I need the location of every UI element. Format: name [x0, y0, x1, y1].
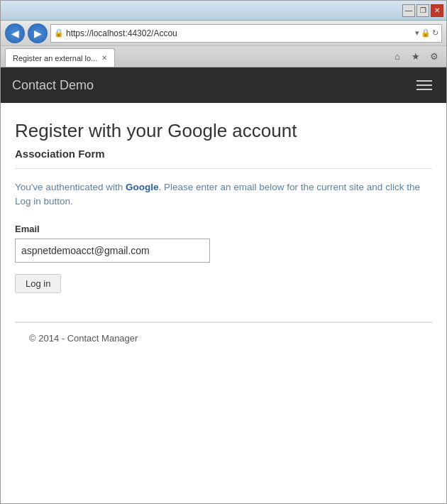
window-controls: — ❐ ✕	[402, 4, 443, 17]
window-frame: — ❐ ✕ ◀ ▶ 🔒 https://localhost:44302/Acco…	[0, 0, 447, 504]
email-input[interactable]	[15, 239, 210, 263]
settings-icon[interactable]: ⚙	[426, 48, 442, 64]
favorites-icon[interactable]: ★	[408, 48, 424, 64]
tab-close-button[interactable]: ✕	[101, 54, 107, 62]
active-tab[interactable]: Register an external lo... ✕	[5, 48, 115, 67]
minimize-button[interactable]: —	[402, 4, 415, 17]
email-form-group: Email	[15, 224, 432, 263]
app-title: Contact Demo	[12, 78, 94, 93]
home-icon[interactable]: ⌂	[390, 48, 405, 64]
back-button[interactable]: ◀	[5, 23, 25, 43]
close-button[interactable]: ✕	[431, 4, 443, 17]
lock-icon: 🔒	[54, 28, 64, 38]
footer: © 2014 - Contact Manager	[15, 322, 432, 354]
page-title: Register with your Google account	[15, 120, 432, 142]
address-actions: ▾ 🔒 ↻	[415, 28, 438, 38]
email-label: Email	[15, 224, 432, 234]
login-button[interactable]: Log in	[15, 274, 61, 293]
refresh-icon[interactable]: ↻	[432, 28, 438, 38]
app-navbar: Contact Demo	[1, 67, 446, 103]
auth-message-brand: Google	[126, 182, 159, 192]
tab-label: Register an external lo...	[13, 54, 97, 62]
browser-icons: ⌂ ★ ⚙	[390, 48, 442, 67]
hamburger-menu[interactable]	[414, 77, 435, 93]
lock-status-icon: 🔒	[421, 28, 431, 38]
title-bar: — ❐ ✕	[1, 1, 446, 21]
auth-message: You've authenticated with Google. Please…	[15, 180, 432, 209]
tab-bar: Register an external lo... ✕ ⌂ ★ ⚙	[1, 46, 446, 67]
footer-text: © 2014 - Contact Manager	[29, 333, 138, 344]
page-content: Register with your Google account Associ…	[1, 103, 446, 503]
hamburger-line-1	[416, 80, 432, 82]
browser-toolbar: ◀ ▶ 🔒 https://localhost:44302/Accou ▾ 🔒 …	[1, 21, 446, 46]
auth-message-pre: You've authenticated with	[15, 182, 126, 192]
hamburger-line-2	[416, 84, 432, 86]
address-bar[interactable]: 🔒 https://localhost:44302/Accou ▾ 🔒 ↻	[50, 24, 442, 43]
restore-button[interactable]: ❐	[416, 4, 429, 17]
dropdown-icon[interactable]: ▾	[415, 28, 419, 38]
form-subtitle: Association Form	[15, 148, 432, 169]
address-text: https://localhost:44302/Accou	[66, 28, 413, 38]
hamburger-line-3	[416, 89, 432, 90]
forward-button[interactable]: ▶	[28, 23, 48, 43]
